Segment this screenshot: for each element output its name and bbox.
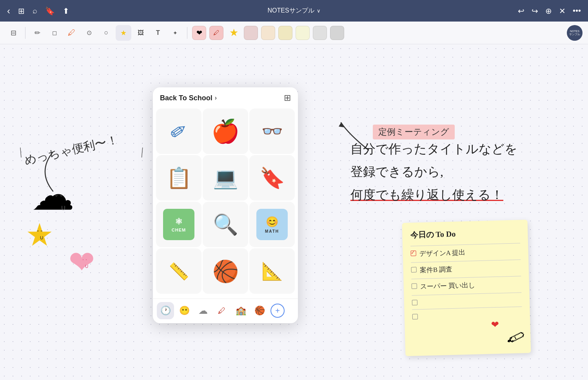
hw-main: 自分で作ったタイトルなどを 登録できるから, 何度でも繰り返し使える！	[350, 138, 517, 205]
star-face: - -	[37, 227, 43, 234]
checkbox-2[interactable]	[411, 267, 417, 272]
redo-button[interactable]: ↪	[532, 6, 538, 16]
image-tool[interactable]: 🖼	[133, 25, 149, 41]
sticky-pen-deco: 🖊	[506, 326, 527, 349]
highlight-text: 定例ミーティング	[378, 127, 449, 137]
sticky-item-1-text: デザインA 提出	[419, 248, 465, 258]
category-bar: 🕐 😶 ☁ 🖊 🏫 🏀 +	[153, 299, 298, 323]
titlebar-right: ↩ ↪ ⊕ ✕ •••	[518, 6, 581, 16]
star-smile: ∪	[40, 234, 44, 241]
brace-annotation	[33, 148, 65, 195]
checkbox-5[interactable]	[412, 314, 418, 319]
heart-swatch[interactable]: ❤	[192, 26, 206, 40]
title-chevron: ∨	[317, 8, 321, 14]
sticky-title: 今日の To Do	[410, 227, 520, 240]
panel-header: Back To School › ⊞	[153, 87, 298, 107]
swatch-light-gray[interactable]	[330, 26, 344, 40]
pen-swatch[interactable]: 🖊	[209, 26, 223, 40]
cat-recent[interactable]: 🕐	[157, 302, 174, 319]
hw-line3-text: 何度でも繰り返し使える！	[350, 188, 503, 202]
sticker-tool[interactable]: ★	[116, 25, 131, 41]
cat-faces[interactable]: 😶	[176, 302, 193, 319]
bookmark-button[interactable]: 🔖	[45, 6, 55, 16]
close-button[interactable]: ✕	[559, 6, 566, 16]
sticky-line-2	[411, 259, 521, 262]
sticker-basketball[interactable]: 🏀	[203, 248, 248, 294]
sticky-item-empty-1	[412, 296, 522, 305]
cat-pen[interactable]: 🖊	[213, 302, 230, 319]
back-button[interactable]: ‹	[7, 5, 10, 16]
swatch-gray[interactable]	[313, 26, 327, 40]
pen-tool[interactable]: ✏	[29, 25, 45, 41]
sticky-note: 今日の To Do デザインA 提出 案件B 調査 スーパー 買い出し 🖊 ❤	[402, 220, 531, 356]
star-swatch[interactable]: ★	[227, 26, 241, 40]
highlight-label: 定例ミーティング	[373, 125, 455, 139]
panel-grid-toggle[interactable]: ⊞	[284, 93, 291, 103]
hw-line1: 自分で作ったタイトルなどを	[350, 138, 517, 159]
sticker-grid: ✏ 🍎 👓 📋 💻 🔖 ⚛ CHEM	[153, 107, 298, 297]
sticker-pencil[interactable]: ✏	[156, 109, 201, 154]
swatch-pink[interactable]	[244, 26, 258, 40]
sticker-glasses[interactable]: 👓	[249, 109, 295, 154]
sticky-line-5	[412, 306, 522, 309]
highlighter-tool[interactable]: 🖊	[64, 25, 80, 41]
panel-title: Back To School ›	[160, 94, 217, 102]
cat-cloud[interactable]: ☁	[194, 302, 212, 319]
sticker-apple[interactable]: 🍎	[203, 109, 248, 154]
sticker-laptop[interactable]: 💻	[203, 155, 248, 201]
sticky-line-4	[412, 292, 521, 295]
search-button[interactable]: ⌕	[33, 6, 37, 15]
grid-view-button[interactable]: ⊞	[18, 6, 25, 16]
hw-line2: 登録できるから,	[350, 161, 517, 182]
heart-sticker: ❤	[69, 244, 95, 280]
chem-atom: ⚛	[175, 217, 183, 227]
cat-add-button[interactable]: +	[270, 304, 285, 318]
deco-bar-right: |	[141, 145, 144, 158]
titlebar-left: ‹ ⊞ ⌕ 🔖 ⬆	[7, 5, 69, 16]
math-face: 😊	[266, 216, 278, 228]
circle-tool[interactable]: ○	[98, 25, 114, 41]
checkbox-3[interactable]	[412, 283, 417, 289]
sticky-heart-deco: ❤	[491, 319, 499, 331]
swatch-yellow-deep[interactable]	[278, 26, 292, 40]
chem-label: CHEM	[172, 228, 186, 232]
undo-button[interactable]: ↩	[518, 6, 524, 16]
new-page-button[interactable]: ⊕	[545, 6, 552, 16]
share-button[interactable]: ⬆	[63, 6, 69, 16]
sticker-panel: Back To School › ⊞ ✏ 🍎 👓 📋 💻	[153, 87, 298, 323]
math-art: 😊 MATH	[256, 209, 288, 240]
chem-art: ⚛ CHEM	[163, 209, 194, 240]
sticker-chem[interactable]: ⚛ CHEM	[156, 202, 201, 247]
eraser-tool[interactable]: ◻	[47, 25, 62, 41]
sticky-item-3: スーパー 買い出し	[412, 279, 522, 291]
checkbox-4[interactable]	[412, 300, 417, 305]
sticker-math[interactable]: 😊 MATH	[249, 202, 295, 247]
toolbar-separator-2	[187, 27, 187, 39]
sticky-item-1: デザインA 提出	[410, 246, 521, 258]
cat-sports[interactable]: 🏀	[251, 302, 268, 319]
cat-school[interactable]: 🏫	[232, 302, 249, 319]
sticky-item-2-text: 案件B 調査	[419, 265, 452, 275]
more-button[interactable]: •••	[573, 6, 581, 15]
lasso-tool[interactable]: ⊙	[81, 25, 97, 41]
app-title: NOTESサンプル	[267, 7, 314, 15]
panel-chevron[interactable]: ›	[215, 94, 217, 101]
toolbar-separator	[25, 27, 25, 39]
canvas: めっちゃ便利〜！ | | ☁ ˇ ˇ ∪ ★ - - ∪ ❤ · · ∪ Bac…	[0, 44, 588, 380]
swatch-yellow-light[interactable]	[296, 26, 310, 40]
sidebar-tool[interactable]: ⊟	[5, 25, 21, 41]
sticker-bookmark[interactable]: 🔖	[249, 155, 295, 201]
more-tool[interactable]: ✦	[167, 25, 183, 41]
swatch-peach[interactable]	[261, 26, 275, 40]
sticker-eraser[interactable]: 📐	[249, 248, 295, 294]
sticker-ruler[interactable]: 📏	[156, 248, 201, 294]
text-tool[interactable]: T	[150, 25, 166, 41]
sticky-line-3	[411, 276, 521, 279]
checkbox-1[interactable]	[410, 250, 416, 256]
panel-title-text: Back To School	[160, 94, 212, 102]
sticker-notebook[interactable]: 📋	[156, 155, 201, 201]
sticky-item-empty-2	[412, 310, 522, 319]
sticker-magnify[interactable]: 🔍	[203, 202, 248, 247]
app-logo: NOTESサンプル	[567, 25, 583, 41]
sticky-item-2: 案件B 調査	[411, 263, 521, 275]
